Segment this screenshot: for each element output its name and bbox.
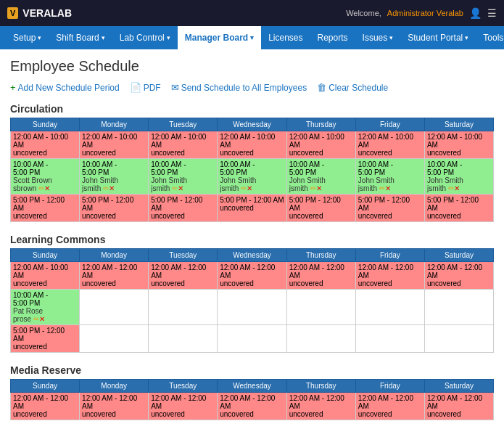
table-row: 10:00 AM -5:00 PMPat Roseprose ✏✕ [11, 290, 494, 325]
col-wednesday: Wednesday [218, 380, 287, 393]
clear-schedule-link[interactable]: 🗑 Clear Schedule [317, 82, 388, 93]
top-right: Welcome, Administrator Veralab 👤 ☰ [346, 7, 497, 19]
edit-icon[interactable]: ✏ [310, 184, 316, 192]
delete-icon[interactable]: ✕ [247, 184, 252, 192]
cell: 5:00 PM - 12:00 AMuncovered [11, 325, 80, 353]
learning-commons-table: Sunday Monday Tuesday Wednesday Thursday… [10, 248, 494, 353]
delete-icon[interactable]: ✕ [39, 315, 45, 323]
section-learning-commons: Learning Commons Sunday Monday Tuesday W… [10, 234, 494, 353]
cell: 5:00 PM - 12:00 AMuncovered [11, 195, 80, 222]
cell: 12:00 AM - 10:00 AMuncovered [286, 131, 355, 159]
edit-icon[interactable]: ✏ [379, 184, 385, 192]
col-monday: Monday [80, 249, 149, 262]
cell: 12:00 AM - 12:00 AMuncovered [80, 393, 149, 420]
delete-icon[interactable]: ✕ [454, 184, 460, 192]
user-icon[interactable]: 👤 [469, 7, 482, 19]
cell: 12:00 AM - 12:00 AMuncovered [286, 262, 355, 290]
col-sunday: Sunday [11, 118, 80, 131]
nav-reports[interactable]: Reports [310, 26, 355, 49]
cell [149, 325, 218, 353]
cell: 12:00 AM - 12:00 AMuncovered [355, 262, 424, 290]
section-media-reserve-title: Media Reserve [10, 364, 494, 376]
table-row: 12:00 AM - 12:00 AMuncovered 12:00 AM - … [11, 393, 494, 420]
cell: 12:00 AM - 12:00 AMuncovered [424, 393, 493, 420]
edit-icon[interactable]: ✏ [103, 184, 109, 192]
nav-lab-control[interactable]: Lab Control ▾ [112, 26, 178, 49]
cell: 10:00 AM -5:00 PMJohn Smithjsmith ✏✕ [424, 159, 493, 195]
cell: 12:00 AM - 10:00 AMuncovered [149, 131, 218, 159]
cell: 12:00 AM - 12:00 AMuncovered [149, 393, 218, 420]
media-reserve-table: Sunday Monday Tuesday Wednesday Thursday… [10, 379, 494, 420]
edit-icon[interactable]: ✏ [38, 184, 44, 192]
col-sunday: Sunday [11, 380, 80, 393]
page-title: Employee Schedule [10, 58, 494, 75]
nav-licenses[interactable]: Licenses [261, 26, 310, 49]
col-friday: Friday [355, 249, 424, 262]
cell [149, 290, 218, 325]
cell [80, 290, 149, 325]
col-tuesday: Tuesday [149, 249, 218, 262]
delete-icon[interactable]: ✕ [44, 184, 50, 192]
delete-icon[interactable]: ✕ [316, 184, 322, 192]
nav-issues[interactable]: Issues ▾ [355, 26, 401, 49]
col-wednesday: Wednesday [218, 249, 287, 262]
cell: 5:00 PM - 12:00 AMuncovered [218, 195, 287, 222]
cell [424, 290, 493, 325]
delete-icon[interactable]: ✕ [109, 184, 115, 192]
menu-icon[interactable]: ☰ [487, 7, 497, 19]
table-row: 10:00 AM -5:00 PMScott Brownsbrown ✏✕ 10… [11, 159, 494, 195]
cell: 5:00 PM - 12:00 AMuncovered [80, 195, 149, 222]
cell: 5:00 PM - 12:00 AMuncovered [149, 195, 218, 222]
cell: 10:00 AM -5:00 PMScott Brownsbrown ✏✕ [11, 159, 80, 195]
cell: 12:00 AM - 12:00 AMuncovered [286, 393, 355, 420]
nav-tools[interactable]: Tools ▾ [476, 26, 504, 49]
edit-icon[interactable]: ✏ [241, 184, 247, 192]
table-row: 5:00 PM - 12:00 AMuncovered 5:00 PM - 12… [11, 195, 494, 222]
cell: 5:00 PM - 12:00 AMuncovered [286, 195, 355, 222]
cell: 12:00 AM - 12:00 AMuncovered [11, 393, 80, 420]
table-row: 5:00 PM - 12:00 AMuncovered [11, 325, 494, 353]
nav-bar: Setup ▾ Shift Board ▾ Lab Control ▾ Mana… [0, 26, 504, 49]
page-content: Employee Schedule + Add New Schedule Per… [0, 49, 504, 429]
nav-shift-board[interactable]: Shift Board ▾ [49, 26, 112, 49]
edit-icon[interactable]: ✏ [448, 184, 454, 192]
cell: 12:00 AM - 10:00 AMuncovered [355, 131, 424, 159]
cell [218, 290, 287, 325]
cell: 12:00 AM - 10:00 AMuncovered [424, 131, 493, 159]
delete-icon[interactable]: ✕ [385, 184, 391, 192]
cell: 12:00 AM - 10:00 AMuncovered [11, 131, 80, 159]
cell: 10:00 AM -5:00 PMJohn Smithjsmith ✏✕ [355, 159, 424, 195]
col-thursday: Thursday [286, 249, 355, 262]
nav-setup[interactable]: Setup ▾ [6, 26, 49, 49]
table-row: 12:00 AM - 10:00 AMuncovered 12:00 AM - … [11, 131, 494, 159]
col-friday: Friday [355, 380, 424, 393]
table-row: 12:00 AM - 10:00 AMuncovered 12:00 AM - … [11, 262, 494, 290]
delete-icon[interactable]: ✕ [178, 184, 183, 192]
cell: 12:00 AM - 10:00 AMuncovered [218, 131, 287, 159]
add-icon: + [10, 82, 16, 93]
pdf-link[interactable]: 📄 PDF [130, 82, 161, 93]
clear-schedule-label: Clear Schedule [329, 83, 388, 93]
pdf-icon: 📄 [130, 82, 141, 93]
cell [80, 325, 149, 353]
col-saturday: Saturday [424, 249, 493, 262]
edit-icon[interactable]: ✏ [33, 315, 39, 323]
section-circulation: Circulation Sunday Monday Tuesday Wednes… [10, 103, 494, 222]
col-tuesday: Tuesday [149, 380, 218, 393]
cell: 12:00 AM - 12:00 AMuncovered [355, 393, 424, 420]
cell: 10:00 AM -5:00 PMPat Roseprose ✏✕ [11, 290, 80, 325]
cell: 10:00 AM -5:00 PMJohn Smithjsmith ✏✕ [218, 159, 287, 195]
logo-text: VERALAB [22, 7, 72, 19]
send-schedule-link[interactable]: ✉ Send Schedule to All Employees [171, 82, 307, 93]
section-circulation-title: Circulation [10, 103, 494, 115]
logo-box: V [7, 7, 18, 19]
col-monday: Monday [80, 380, 149, 393]
add-schedule-label: Add New Schedule Period [18, 83, 120, 93]
edit-icon[interactable]: ✏ [172, 184, 178, 192]
add-schedule-period-link[interactable]: + Add New Schedule Period [10, 82, 120, 93]
col-saturday: Saturday [424, 118, 493, 131]
cell: 12:00 AM - 12:00 AMuncovered [424, 262, 493, 290]
nav-manager-board[interactable]: Manager Board ▾ [178, 26, 261, 49]
nav-student-portal[interactable]: Student Portal ▾ [400, 26, 476, 49]
email-icon: ✉ [171, 82, 179, 93]
